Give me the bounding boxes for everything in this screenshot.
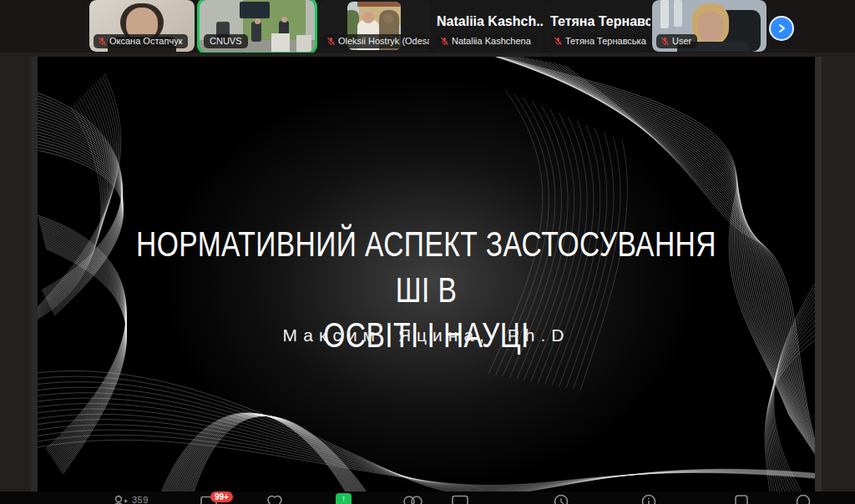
share-screen-icon[interactable]: ↑ [336,493,352,504]
bottom-toolbar: 359 99+ ↑ [0,491,855,504]
participant-name-text: Тетяна Тернавська [565,36,646,47]
presentation-slide: НОРМАТИВНИЙ АСПЕКТ ЗАСТОСУВАННЯ ШІ В ОСВ… [31,57,822,504]
mic-muted-icon [660,37,670,46]
more-icon[interactable] [795,493,812,504]
mic-muted-icon [554,37,563,46]
chat-unread-badge: 99+ [210,491,233,502]
participant-tile-tetiana-ternavska[interactable]: Тетяна Тернавс... Тетяна Тернавська [545,0,650,52]
mic-muted-icon [440,37,449,46]
chevron-right-icon [777,23,787,33]
participant-big-name: Тетяна Тернавс... [545,14,650,29]
slide-subtitle: Максим Яцина, Ph.D [38,325,815,345]
slide-canvas: НОРМАТИВНИЙ АСПЕКТ ЗАСТОСУВАННЯ ШІ В ОСВ… [38,57,815,504]
participant-name-text: CNUVS [210,36,242,47]
participant-tile-nataliia-kashchena[interactable]: Nataliia Kashch... Nataliia Kashchena [432,0,544,52]
participant-name-label: Оксана Остапчук [94,34,188,48]
share-arrow-glyph: ↑ [341,493,347,504]
mic-muted-icon [98,37,107,46]
participant-name-text: User [672,36,691,47]
reactions-icon[interactable] [266,493,284,504]
participants-icon[interactable] [112,493,129,504]
participant-big-name: Nataliia Kashch... [432,14,544,29]
participant-name-label: Тетяна Тернавська [549,34,650,48]
whiteboard-icon[interactable] [451,493,469,504]
participant-name-label: User [656,34,697,48]
participant-tile-oksana-ostapchuk[interactable]: Оксана Остапчук [89,0,195,52]
participant-name-text: Nataliia Kashchena [452,36,531,47]
participant-tile-cnuvs[interactable]: CNUVS [200,0,315,52]
participant-tile-user[interactable]: User [652,0,766,52]
apps-icon[interactable] [733,493,750,504]
shared-screen-area: НОРМАТИВНИЙ АСПЕКТ ЗАСТОСУВАННЯ ШІ В ОСВ… [0,53,855,504]
participant-name-label: CNUVS [204,34,248,48]
participant-name-label: Oleksii Hostryk (Odesa... [322,34,429,48]
participant-name-text: Оксана Остапчук [109,36,182,47]
participants-count: 359 [132,495,149,504]
info-icon[interactable] [640,493,657,504]
participant-name-text: Oleksii Hostryk (Odesa... [338,36,429,47]
participants-strip: Оксана Остапчук CNUVS [0,0,855,53]
timer-icon[interactable] [553,493,569,504]
participant-tile-oleksii-hostryk[interactable]: Oleksii Hostryk (Odesa... [318,0,430,52]
zoom-meeting-window: { "strip": { "tiles": [ {"label": "Оксан… [0,0,855,504]
next-participants-page-button[interactable] [769,16,794,41]
mic-muted-icon [326,37,336,46]
participant-name-label: Nataliia Kashchena [436,34,537,48]
record-icon[interactable] [402,493,422,504]
